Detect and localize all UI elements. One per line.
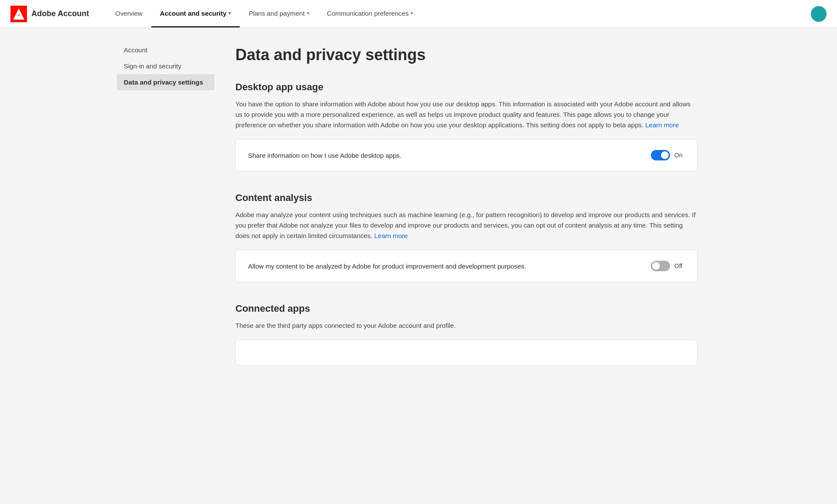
toggle-label-content: Allow my content to be analyzed by Adobe… [248, 262, 526, 270]
nav-item-plans-payment[interactable]: Plans and payment ▾ [240, 0, 318, 27]
main-content: Data and privacy settings Desktop app us… [218, 28, 724, 504]
sidebar-item-data-privacy[interactable]: Data and privacy settings [117, 74, 214, 90]
toggle-thumb-content [652, 262, 660, 270]
sidebar-item-account[interactable]: Account [113, 42, 218, 58]
toggle-status-desktop: On [674, 152, 685, 159]
brand-logo-link[interactable]: Adobe Account [10, 6, 89, 22]
top-navigation: Adobe Account Overview Account and secur… [0, 0, 837, 28]
sidebar-item-sign-in-security[interactable]: Sign-in and security [113, 58, 218, 74]
nav-item-account-security[interactable]: Account and security ▾ [151, 0, 240, 27]
svg-rect-2 [17, 14, 20, 15]
nav-item-overview[interactable]: Overview [106, 0, 151, 27]
chevron-down-icon: ▾ [307, 10, 310, 16]
section-desc-desktop: You have the option to share information… [235, 99, 698, 130]
nav-right [811, 6, 827, 22]
toggle-group-desktop: On [651, 150, 685, 160]
chevron-down-icon: ▾ [411, 10, 413, 16]
section-content-analysis: Content analysis Adobe may analyze your … [235, 192, 698, 282]
section-desktop-app-usage: Desktop app usage You have the option to… [235, 82, 698, 171]
section-desc-content: Adobe may analyze your content using tec… [235, 210, 698, 241]
sidebar: Account Sign-in and security Data and pr… [113, 28, 218, 504]
toggle-label-desktop: Share information on how I use Adobe des… [248, 152, 401, 159]
toggle-card-desktop: Share information on how I use Adobe des… [235, 139, 698, 171]
toggle-status-content: Off [674, 262, 685, 269]
section-title-content: Content analysis [235, 192, 698, 204]
toggle-card-content: Allow my content to be analyzed by Adobe… [235, 250, 698, 282]
toggle-thumb-desktop [661, 151, 669, 159]
nav-item-communication[interactable]: Communication preferences ▾ [318, 0, 422, 27]
brand-name: Adobe Account [31, 9, 89, 18]
learn-more-link-desktop[interactable]: Learn more [645, 121, 679, 129]
section-connected-apps: Connected apps These are the third party… [235, 303, 698, 366]
toggle-switch-content[interactable] [651, 261, 670, 271]
section-title-desktop: Desktop app usage [235, 82, 698, 93]
toggle-track-desktop [651, 150, 670, 160]
section-desc-connected: These are the third party apps connected… [235, 320, 698, 331]
toggle-track-content [651, 261, 670, 271]
toggle-group-content: Off [651, 261, 685, 271]
user-avatar[interactable] [811, 6, 827, 22]
page-layout: Account Sign-in and security Data and pr… [113, 28, 724, 504]
nav-items: Overview Account and security ▾ Plans an… [106, 0, 811, 27]
toggle-switch-desktop[interactable] [651, 150, 670, 160]
section-title-connected: Connected apps [235, 303, 698, 314]
page-title: Data and privacy settings [235, 45, 698, 64]
learn-more-link-content[interactable]: Learn more [374, 232, 408, 239]
chevron-down-icon: ▾ [228, 10, 231, 16]
connected-apps-card [235, 340, 698, 366]
adobe-logo-icon [10, 6, 27, 22]
